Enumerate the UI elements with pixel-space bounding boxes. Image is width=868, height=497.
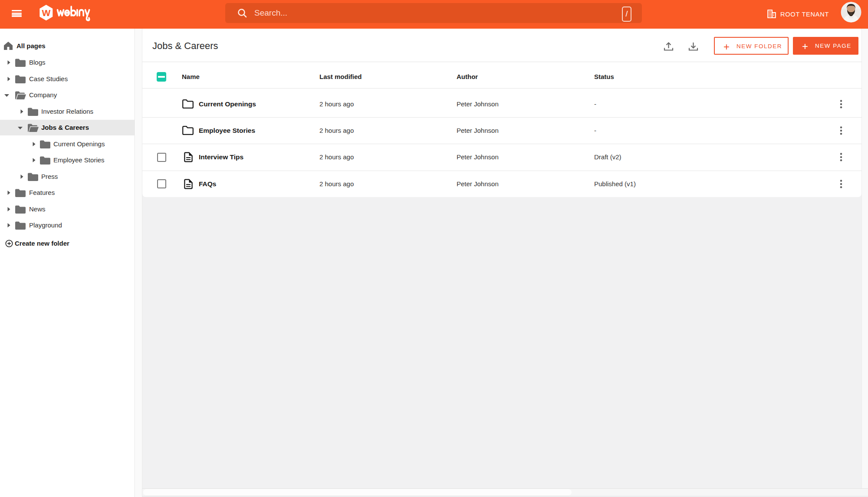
svg-text:W: W	[42, 8, 50, 18]
